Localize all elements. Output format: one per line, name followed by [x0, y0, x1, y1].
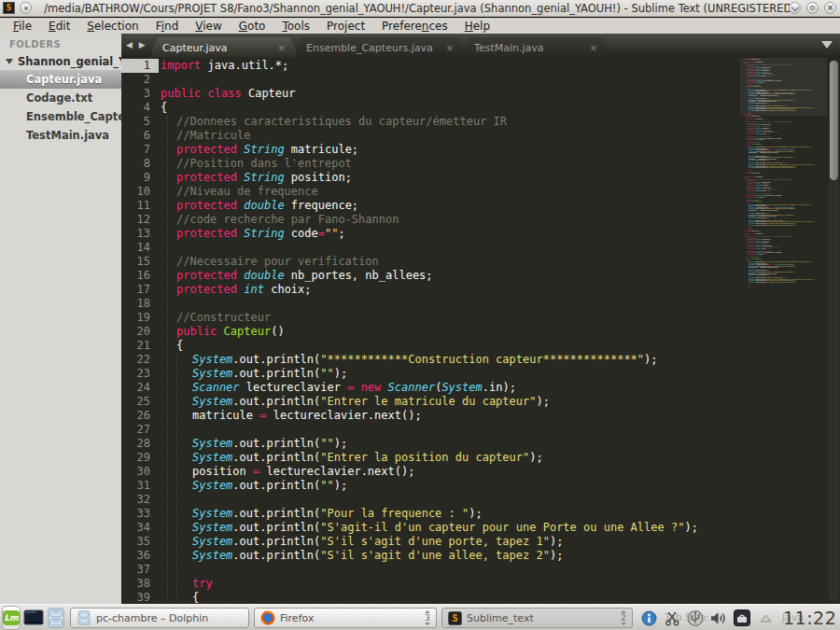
code-line[interactable]: 6//Matricule	[121, 129, 698, 143]
code-line[interactable]: 32	[121, 493, 698, 507]
sidebar-root-folder[interactable]: Shannon_genial_YAOUH	[0, 53, 121, 70]
code-line[interactable]: 35System.out.println("S'il s'agit d'une …	[121, 535, 698, 549]
package-tray-icon[interactable]	[734, 609, 750, 626]
code-line[interactable]: 33System.out.println("Pour la frequence …	[121, 507, 698, 521]
code-line[interactable]: 26matricule = lectureclavier.next();	[121, 409, 698, 423]
terminal-launcher[interactable]	[23, 607, 44, 629]
line-number[interactable]: 32	[121, 493, 159, 507]
menu-project[interactable]: Project	[319, 20, 372, 33]
window-titlebar[interactable]: S /media/BATHROW/Cours/PROJET S8/Fano3/S…	[0, 0, 840, 17]
menu-preferences[interactable]: Preferences	[374, 20, 455, 33]
code-area[interactable]: 1import java.util.*;23public class Capte…	[121, 58, 840, 604]
taskbar-item-firefox[interactable]: Firefox3	[254, 608, 437, 628]
sidebar-item-testmain-java[interactable]: TestMain.java	[0, 126, 121, 145]
maximize-button[interactable]	[806, 2, 819, 14]
code-line[interactable]: 21{	[121, 339, 698, 353]
menu-help[interactable]: Help	[457, 20, 497, 33]
code-line[interactable]: 24Scanner lectureclavier = new Scanner(S…	[121, 381, 698, 395]
line-number[interactable]: 3	[121, 87, 159, 101]
line-number[interactable]: 10	[121, 185, 159, 199]
line-number[interactable]: 19	[121, 311, 159, 325]
code-line[interactable]: 10//Niveau de frequence	[121, 185, 698, 199]
code-line[interactable]: 28System.out.println("");	[121, 437, 698, 451]
line-number[interactable]: 30	[121, 465, 159, 479]
line-number[interactable]: 26	[121, 409, 159, 423]
line-number[interactable]: 38	[121, 577, 159, 591]
line-number[interactable]: 35	[121, 535, 159, 549]
device-notifier-tray-icon[interactable]	[687, 609, 704, 626]
line-number[interactable]: 21	[121, 339, 159, 353]
code-line[interactable]: 11protected double frequence;	[121, 199, 698, 213]
tab-overflow-dropdown-icon[interactable]	[821, 41, 833, 49]
taskbar-item-pc-chambre-dolphin[interactable]: pc-chambre – Dolphin	[70, 608, 249, 628]
code-line[interactable]: 25System.out.println("Entrer le matricul…	[121, 395, 698, 409]
code-line[interactable]: 39{	[740, 286, 826, 287]
line-number[interactable]: 27	[121, 423, 159, 437]
line-number[interactable]: 17	[121, 283, 159, 297]
code-line[interactable]: 7protected String matricule;	[121, 143, 698, 157]
menu-file[interactable]: File	[6, 20, 39, 33]
klipper-tray-icon[interactable]	[664, 609, 680, 626]
line-number[interactable]: 2	[121, 73, 159, 87]
code-line[interactable]: 20public Capteur()	[121, 325, 698, 339]
code-line[interactable]: 12//code recherche par Fano-Shannon	[121, 213, 698, 227]
mint-menu-button[interactable]: Lm	[2, 606, 21, 630]
code-line[interactable]: 23System.out.println("");	[121, 367, 698, 381]
line-number[interactable]: 29	[121, 451, 159, 465]
tab-capteur-java[interactable]: Capteur.java×	[149, 37, 299, 58]
line-number[interactable]: 7	[121, 143, 159, 157]
code-line[interactable]: 13protected String code="";	[121, 227, 698, 241]
menu-view[interactable]: View	[188, 20, 229, 33]
taskbar-item-sublime-text[interactable]: SSublime_text2	[441, 608, 633, 628]
close-icon[interactable]: ×	[446, 43, 454, 53]
line-number[interactable]: 14	[121, 241, 159, 255]
minimap[interactable]: 1import java.util.*;23public class Capte…	[740, 58, 827, 604]
sidebar-item-ensemble-capteurs[interactable]: Ensemble_Capteurs	[0, 107, 121, 126]
line-number[interactable]: 4	[121, 101, 159, 115]
line-number[interactable]: 23	[121, 367, 159, 381]
line-number[interactable]: 25	[121, 395, 159, 409]
code-line[interactable]: 14	[121, 241, 698, 255]
line-number[interactable]: 11	[121, 199, 159, 213]
scrollbar-track[interactable]	[829, 60, 839, 602]
code-line[interactable]: 16protected double nb_portes, nb_allees;	[121, 269, 698, 283]
close-icon[interactable]: ×	[278, 43, 286, 53]
code-line[interactable]: 30position = lectureclavier.next();	[121, 465, 698, 479]
line-number[interactable]: 16	[121, 269, 159, 283]
line-number[interactable]: 33	[121, 507, 159, 521]
menu-find[interactable]: Find	[148, 20, 187, 33]
code-line[interactable]: 15//Necessaire pour verification	[121, 255, 698, 269]
volume-tray-icon[interactable]	[710, 609, 727, 626]
line-number[interactable]: 34	[121, 521, 159, 535]
tab-testmain-java[interactable]: TestMain.java×	[461, 37, 610, 58]
code-line[interactable]: 9protected String position;	[121, 171, 698, 185]
close-button[interactable]: ×	[824, 2, 836, 14]
pin-window-button[interactable]	[20, 2, 32, 14]
line-number[interactable]: 5	[121, 115, 159, 129]
code-line[interactable]: 34System.out.println("S'agit-il d'un cap…	[121, 521, 698, 535]
line-number[interactable]: 31	[121, 479, 159, 493]
minimize-button[interactable]	[789, 2, 801, 14]
code-line[interactable]: 27	[121, 423, 698, 437]
code-line[interactable]: 38try	[121, 577, 698, 591]
line-number[interactable]: 24	[121, 381, 159, 395]
sidebar-item-codage-txt[interactable]: Codage.txt	[0, 89, 121, 107]
code-line[interactable]: 22System.out.println("************Constr…	[121, 353, 698, 367]
code-line[interactable]: 3public class Capteur	[121, 87, 698, 101]
code-line[interactable]: 36System.out.println("S'il s'agit d'une …	[121, 549, 698, 563]
line-number[interactable]: 9	[121, 171, 159, 185]
line-number[interactable]: 1	[121, 59, 159, 73]
code-line[interactable]: 2	[121, 73, 698, 87]
code-line[interactable]: 37	[121, 563, 698, 577]
line-number[interactable]: 15	[121, 255, 159, 269]
file-manager-launcher[interactable]	[47, 607, 65, 629]
menu-tools[interactable]: Tools	[274, 20, 317, 33]
line-number[interactable]: 39	[121, 591, 159, 604]
sidebar-item-capteur-java[interactable]: Capteur.java	[0, 70, 121, 89]
code-line[interactable]: 39{	[121, 591, 698, 604]
line-number[interactable]: 6	[121, 129, 159, 143]
code-line[interactable]: 18	[121, 297, 698, 311]
scrollbar-thumb[interactable]	[830, 61, 838, 180]
update-notifier-tray-icon[interactable]	[640, 609, 657, 626]
menu-edit[interactable]: Edit	[41, 20, 77, 33]
